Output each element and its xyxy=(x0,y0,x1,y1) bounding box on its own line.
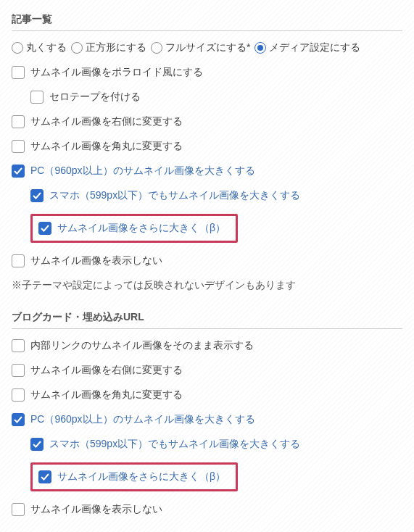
checkbox-icon xyxy=(12,503,25,516)
checkbox-sp-large-2[interactable]: スマホ（599px以下）でもサムネイル画像を大きくする xyxy=(12,438,402,451)
checkbox-label: サムネイル画像を表示しない xyxy=(30,503,162,516)
checkbox-internal-link[interactable]: 内部リンクのサムネイル画像をそのまま表示する xyxy=(12,339,402,352)
checkbox-sp-large[interactable]: スマホ（599px以下）でもサムネイル画像を大きくする xyxy=(12,189,402,202)
checkbox-label: サムネイル画像をさらに大きく（β） xyxy=(57,222,225,235)
section-title-article-list: 記事一覧 xyxy=(12,13,402,31)
checkbox-pc-large-2[interactable]: PC（960px以上）のサムネイル画像を大きくする xyxy=(12,413,402,426)
radio-media-setting[interactable]: メディア設定にする xyxy=(254,41,360,54)
checkbox-polaroid[interactable]: サムネイル画像をポラロイド風にする xyxy=(12,66,402,79)
checkbox-icon xyxy=(12,413,25,426)
checkbox-icon xyxy=(38,222,51,235)
radio-fullsize[interactable]: フルサイズにする* xyxy=(151,41,250,54)
radio-label: 丸くする xyxy=(26,41,67,54)
radio-round[interactable]: 丸くする xyxy=(12,41,67,54)
checkbox-icon xyxy=(12,339,25,352)
radio-icon xyxy=(12,42,23,54)
checkbox-label: サムネイル画像を右側に変更する xyxy=(30,364,183,377)
checkbox-tape[interactable]: セロテープを付ける xyxy=(12,91,402,104)
checkbox-right-side-2[interactable]: サムネイル画像を右側に変更する xyxy=(12,364,402,377)
checkbox-icon xyxy=(12,115,25,128)
checkbox-hide-thumbnail-2[interactable]: サムネイル画像を表示しない xyxy=(12,503,402,516)
checkbox-extra-large-2[interactable]: サムネイル画像をさらに大きく（β） xyxy=(30,462,238,491)
radio-icon xyxy=(151,42,162,54)
checkbox-label: サムネイル画像を角丸に変更する xyxy=(30,140,183,153)
checkbox-label: セロテープを付ける xyxy=(49,91,141,104)
checkbox-rounded-2[interactable]: サムネイル画像を角丸に変更する xyxy=(12,388,402,402)
checkbox-label: PC（960px以上）のサムネイル画像を大きくする xyxy=(30,165,255,178)
checkbox-label: PC（960px以上）のサムネイル画像を大きくする xyxy=(30,413,255,426)
highlight-extra-large-2: サムネイル画像をさらに大きく（β） xyxy=(12,462,402,491)
checkbox-icon xyxy=(30,91,44,104)
checkbox-icon xyxy=(38,470,51,483)
checkbox-icon xyxy=(30,189,44,202)
checkbox-label: サムネイル画像をさらに大きく（β） xyxy=(57,470,225,483)
radio-label: メディア設定にする xyxy=(269,41,360,54)
checkbox-hide-thumbnail[interactable]: サムネイル画像を表示しない xyxy=(12,254,402,267)
thumbnail-shape-radio-group: 丸くする 正方形にする フルサイズにする* メディア設定にする xyxy=(12,41,402,54)
highlight-extra-large-1: サムネイル画像をさらに大きく（β） xyxy=(12,214,402,243)
radio-icon xyxy=(71,42,83,54)
checkbox-rounded[interactable]: サムネイル画像を角丸に変更する xyxy=(12,140,402,153)
radio-square[interactable]: 正方形にする xyxy=(71,41,146,54)
checkbox-label: サムネイル画像を表示しない xyxy=(30,254,162,267)
checkbox-label: サムネイル画像をポラロイド風にする xyxy=(30,66,203,79)
checkbox-label: スマホ（599px以下）でもサムネイル画像を大きくする xyxy=(49,189,300,202)
checkbox-label: サムネイル画像を右側に変更する xyxy=(30,115,183,128)
checkbox-icon xyxy=(12,140,25,153)
section-title-blog-card: ブログカード・埋め込みURL xyxy=(12,311,402,329)
checkbox-pc-large[interactable]: PC（960px以上）のサムネイル画像を大きくする xyxy=(12,165,402,178)
radio-icon xyxy=(254,42,266,54)
checkbox-label: スマホ（599px以下）でもサムネイル画像を大きくする xyxy=(49,438,300,451)
section-note: ※子テーマや設定によっては反映されないデザインもあります xyxy=(12,279,402,292)
checkbox-icon xyxy=(12,388,25,402)
checkbox-right-side[interactable]: サムネイル画像を右側に変更する xyxy=(12,115,402,128)
checkbox-label: 内部リンクのサムネイル画像をそのまま表示する xyxy=(30,339,254,352)
checkbox-icon xyxy=(12,165,25,178)
checkbox-icon xyxy=(12,364,25,377)
checkbox-icon xyxy=(30,438,44,451)
checkbox-label: サムネイル画像を角丸に変更する xyxy=(30,388,183,402)
radio-label: 正方形にする xyxy=(86,41,146,54)
checkbox-extra-large[interactable]: サムネイル画像をさらに大きく（β） xyxy=(30,214,238,243)
radio-label: フルサイズにする* xyxy=(165,41,250,54)
section-blog-card: ブログカード・埋め込みURL 内部リンクのサムネイル画像をそのまま表示する サム… xyxy=(12,311,402,516)
checkbox-icon xyxy=(12,254,25,267)
checkbox-icon xyxy=(12,66,25,79)
section-article-list: 記事一覧 丸くする 正方形にする フルサイズにする* メディア設定にする サムネ… xyxy=(12,13,402,292)
